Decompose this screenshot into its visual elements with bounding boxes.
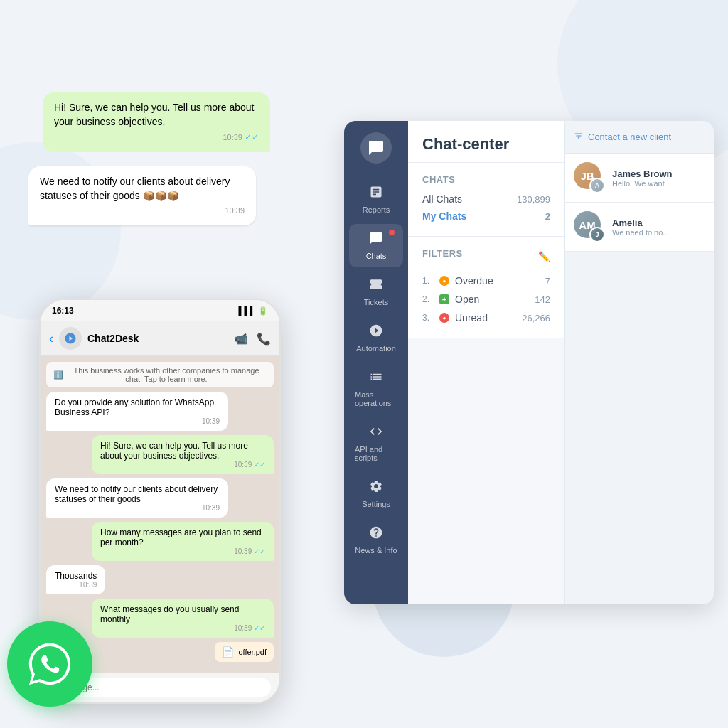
amelia-info: Amelia We need to no...	[612, 218, 705, 237]
phone-header: ‹ Chat2Desk 📹 📞	[41, 321, 279, 356]
filter-open-label: Open	[455, 294, 529, 305]
sidebar-item-tickets[interactable]: Tickets	[349, 270, 403, 314]
filter-open[interactable]: 2. + Open 142	[422, 290, 550, 309]
bubble-text: We need to notify our clients about deli…	[40, 175, 245, 203]
phone-status-bar: 16:13 ▌▌▌ 🔋	[41, 300, 279, 321]
contacts-panel: Contact a new client JB A James Brown He…	[564, 121, 714, 604]
filters-section: Filters ✏️ 1. ● Overdue 7 2. + Open 142 …	[408, 237, 564, 338]
open-dot-icon: +	[439, 294, 449, 304]
api-icon	[369, 424, 383, 442]
automation-icon	[369, 323, 383, 341]
filter-num: 3.	[422, 313, 434, 323]
all-chats-count: 130,899	[517, 194, 550, 205]
sidebar-item-reports[interactable]: Reports	[349, 178, 403, 221]
overdue-dot-icon: ●	[439, 276, 449, 286]
info-banner-text: This business works with other companies…	[66, 366, 267, 383]
sidebar-item-chats[interactable]: Chats	[349, 224, 403, 267]
james-info: James Brown Hello! We want	[612, 168, 705, 188]
filter-overdue[interactable]: 1. ● Overdue 7	[422, 272, 550, 290]
app-name: Chat2Desk	[87, 333, 228, 344]
contact-amelia[interactable]: AM J Amelia We need to no...	[565, 203, 714, 252]
contacts-header: Contact a new client	[565, 121, 714, 154]
chat-center-panel: Reports Chats Tickets	[344, 121, 714, 604]
sidebar-logo	[360, 132, 392, 164]
phone-message-4: How many messages are you plan to send p…	[92, 522, 274, 561]
call-icon[interactable]: 📞	[257, 332, 271, 346]
sidebar-item-label: Automation	[356, 344, 396, 353]
chat-bubbles-area: Hi! Sure, we can help you. Tell us more …	[28, 92, 270, 232]
phone-message-3: We need to notify our clients about deli…	[46, 478, 228, 518]
filter-overdue-count: 7	[545, 276, 550, 287]
message-text: How many messages are you plan to send p…	[100, 528, 265, 547]
james-name: James Brown	[612, 168, 705, 179]
bubble-text: Hi! Sure, we can help you. Tell us more …	[54, 101, 259, 129]
pdf-icon: 📄	[222, 646, 234, 658]
filter-unread-count: 26,266	[522, 313, 550, 323]
phone-message-6: What messages do you usually send monthl…	[92, 599, 274, 638]
info-icon: ℹ️	[53, 370, 63, 380]
message-text: Hi! Sure, we can help you. Tell us more …	[100, 441, 265, 461]
sidebar-item-api[interactable]: API and scripts	[349, 417, 403, 469]
whatsapp-logo	[7, 621, 92, 707]
sidebar-item-label: News & Info	[355, 546, 397, 555]
unread-dot-icon: ●	[439, 313, 449, 323]
filter-icon	[574, 131, 584, 143]
my-chats-label: My Chats	[422, 210, 466, 222]
sidebar-item-news[interactable]: News & Info	[349, 518, 403, 562]
message-text: We need to notify our clients about deli…	[55, 484, 220, 504]
contact-avatar-james: JB A	[574, 162, 605, 193]
app-icon	[59, 327, 82, 350]
sidebar-item-mass-operations[interactable]: Mass operations	[349, 363, 403, 414]
chat-bubble-received: Hi! Sure, we can help you. Tell us more …	[43, 92, 270, 152]
my-chats-count: 2	[545, 211, 550, 222]
reports-icon	[369, 185, 383, 203]
phone-status-icons: ▌▌▌ 🔋	[239, 306, 268, 316]
battery-icon: 🔋	[258, 306, 268, 316]
video-icon[interactable]: 📹	[234, 332, 248, 346]
filters-header: Filters ✏️	[422, 248, 550, 264]
chats-icon	[369, 231, 383, 249]
main-panel: Chat-center Chats All Chats 130,899 My C…	[408, 121, 564, 604]
amelia-avatar-secondary: J	[589, 227, 605, 242]
chats-badge	[389, 230, 395, 235]
settings-icon	[369, 479, 383, 497]
amelia-name: Amelia	[612, 218, 705, 228]
file-name: offer.pdf	[238, 648, 267, 656]
filter-unread-label: Unread	[455, 312, 516, 323]
phone-message-1: Do you provide any solution for WhatsApp…	[46, 392, 228, 431]
sidebar-item-label: Chats	[366, 252, 387, 260]
sidebar-item-label: Reports	[363, 205, 390, 214]
phone-header-actions[interactable]: 📹 📞	[234, 332, 271, 346]
sidebar: Reports Chats Tickets	[344, 121, 408, 604]
contact-avatar-amelia: AM J	[574, 211, 605, 242]
phone-time: 16:13	[52, 306, 74, 316]
my-chats-row[interactable]: My Chats 2	[422, 208, 550, 225]
all-chats-label: All Chats	[422, 193, 462, 205]
sidebar-item-automation[interactable]: Automation	[349, 316, 403, 360]
contact-james-brown[interactable]: JB A James Brown Hello! We want	[565, 154, 714, 203]
chats-section: Chats All Chats 130,899 My Chats 2	[408, 163, 564, 237]
panel-title: Chat-center	[422, 135, 550, 154]
back-button[interactable]: ‹	[49, 331, 53, 346]
sidebar-item-label: API and scripts	[355, 445, 397, 462]
james-preview: Hello! We want	[612, 179, 705, 188]
filter-unread[interactable]: 3. ● Unread 26,266	[422, 309, 550, 327]
sidebar-item-settings[interactable]: Settings	[349, 472, 403, 515]
james-avatar-secondary: A	[589, 178, 605, 193]
bubble-time: 10:39	[225, 206, 245, 215]
filter-overdue-label: Overdue	[455, 275, 540, 287]
message-text: What messages do you usually send monthl…	[100, 604, 265, 624]
edit-filters-icon[interactable]: ✏️	[538, 251, 550, 262]
amelia-preview: We need to no...	[612, 228, 705, 237]
sidebar-item-label: Tickets	[364, 298, 388, 306]
phone-message-5: Thousands 10:39	[46, 565, 105, 594]
filter-num: 2.	[422, 294, 434, 304]
filter-num: 1.	[422, 276, 434, 286]
file-attachment: 📄 offer.pdf	[215, 642, 274, 662]
filters-label: Filters	[422, 248, 463, 259]
message-text: Do you provide any solution for WhatsApp…	[55, 397, 220, 417]
contact-new-client-label[interactable]: Contact a new client	[588, 132, 671, 142]
mass-operations-icon	[369, 370, 383, 387]
all-chats-row[interactable]: All Chats 130,899	[422, 191, 550, 208]
sidebar-item-label: Mass operations	[355, 390, 397, 407]
